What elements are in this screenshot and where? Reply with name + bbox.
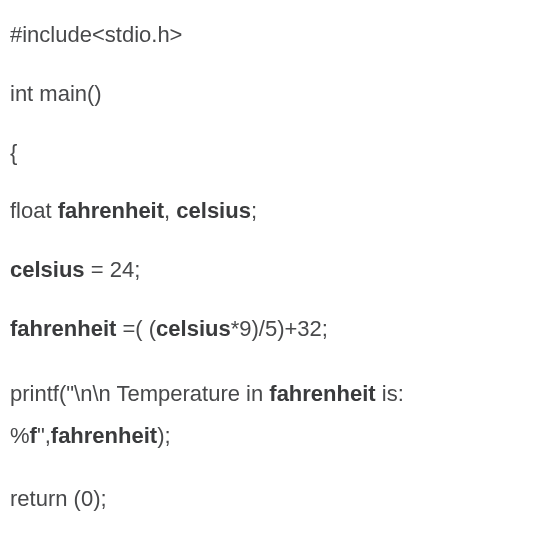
code-text: =( ( (116, 316, 156, 341)
code-bold: celsius (10, 257, 85, 282)
code-text: ; (251, 198, 257, 223)
code-bold: celsius (176, 198, 251, 223)
code-bold: fahrenheit (10, 316, 116, 341)
code-bold: fahrenheit (51, 423, 157, 448)
code-text: , (164, 198, 176, 223)
code-text: int main() (10, 81, 102, 106)
code-text: = 24; (85, 257, 141, 282)
code-line-assign-celsius: celsius = 24; (10, 255, 526, 286)
code-line-open-brace: { (10, 138, 526, 169)
code-text: *9)/5)+32; (231, 316, 328, 341)
code-text: { (10, 140, 17, 165)
code-text: ); (157, 423, 170, 448)
code-text: printf("\n\n Temperature in (10, 381, 269, 406)
code-text: ", (37, 423, 51, 448)
code-text: return (0); (10, 486, 107, 511)
code-bold: celsius (156, 316, 231, 341)
code-bold: fahrenheit (269, 381, 375, 406)
code-line-declaration: float fahrenheit, celsius; (10, 196, 526, 227)
code-line-return: return (0); (10, 484, 526, 515)
code-line-printf: printf("\n\n Temperature in fahrenheit i… (10, 373, 526, 457)
code-line-formula: fahrenheit =( (celsius*9)/5)+32; (10, 314, 526, 345)
code-line-include: #include<stdio.h> (10, 20, 526, 51)
code-bold: fahrenheit (58, 198, 164, 223)
code-bold: f (30, 423, 37, 448)
code-text: float (10, 198, 58, 223)
code-text: #include<stdio.h> (10, 22, 182, 47)
code-line-main: int main() (10, 79, 526, 110)
